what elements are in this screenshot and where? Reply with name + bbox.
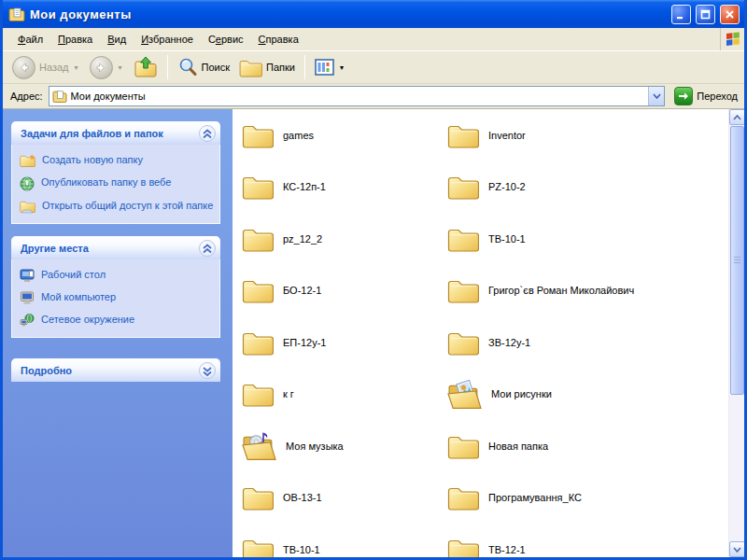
file-grid: games Inventor КС-12п-1 PZ-10-2 pz_12_2 … — [242, 109, 718, 557]
menu-favorites[interactable]: Избранное — [134, 30, 201, 49]
panel-details: Подробно — [11, 358, 220, 382]
panel-title: Задачи для файлов и папок — [21, 128, 163, 139]
my-documents-window-icon[interactable] — [8, 7, 25, 21]
scroll-up-button[interactable] — [729, 109, 745, 125]
place-my-computer[interactable]: Мой компьютер — [20, 291, 214, 305]
folder-label: Новая папка — [488, 441, 548, 452]
windows-logo-icon — [720, 28, 744, 50]
folder-item[interactable]: Програмування_КС — [447, 472, 718, 525]
panel-file-tasks-body: Создать новую папку Опубликовать папку в… — [11, 145, 220, 224]
publish-web-icon — [20, 176, 35, 191]
minimize-button[interactable] — [671, 5, 691, 24]
folder-item[interactable]: Моя музыка — [242, 420, 447, 472]
maximize-icon — [700, 9, 711, 20]
folder-item[interactable]: Inventor — [447, 109, 718, 161]
folder-item[interactable]: pz_12_2 — [242, 213, 447, 265]
scroll-down-button[interactable] — [729, 541, 745, 557]
forward-dropdown-icon[interactable]: ▾ — [117, 63, 124, 72]
desktop-icon — [20, 269, 35, 283]
folder-item[interactable]: ТВ-12-1 — [447, 524, 718, 557]
go-label: Переход — [697, 91, 738, 102]
task-pane: Задачи для файлов и папок Создать новую … — [3, 109, 233, 557]
folders-icon — [239, 58, 262, 77]
task-label: Открыть общий доступ к этой папке — [42, 200, 213, 212]
folder-icon — [447, 277, 479, 303]
panel-other-places-header[interactable]: Другие места — [11, 236, 220, 259]
collapse-button[interactable] — [199, 125, 216, 142]
place-network[interactable]: Сетевое окружение — [20, 314, 214, 328]
go-button[interactable]: Переход — [670, 87, 741, 105]
search-button[interactable]: Поиск — [174, 55, 233, 79]
place-label: Мой компьютер — [41, 291, 116, 303]
folder-label: Моя музыка — [286, 441, 344, 452]
task-publish-web[interactable]: Опубликовать папку в вебе — [20, 176, 214, 191]
address-dropdown-button[interactable] — [648, 87, 664, 105]
folder-label: ЕП-12у-1 — [283, 337, 326, 348]
panel-details-header[interactable]: Подробно — [11, 358, 220, 382]
expand-button[interactable] — [199, 362, 216, 379]
music-folder-icon — [242, 431, 276, 460]
toolbar-separator — [167, 55, 168, 79]
window-title: Мои документы — [30, 7, 667, 21]
menu-bar: Файл Правка Вид Избранное Сервис Справка — [3, 28, 744, 50]
folder-icon — [242, 381, 274, 407]
folder-item[interactable]: ТВ-10-1 — [242, 524, 447, 557]
chevron-up-icon — [200, 241, 215, 256]
task-label: Создать новую папку — [42, 154, 143, 166]
task-create-folder[interactable]: Создать новую папку — [20, 154, 214, 168]
menu-file[interactable]: Файл — [10, 30, 50, 49]
folder-icon — [447, 122, 479, 148]
folder-icon — [447, 537, 479, 557]
up-button[interactable] — [130, 54, 162, 80]
go-arrow-icon — [674, 87, 693, 105]
maximize-button[interactable] — [696, 5, 715, 24]
chevron-up-icon — [200, 126, 215, 141]
menu-view[interactable]: Вид — [100, 30, 134, 49]
search-label: Поиск — [202, 62, 230, 73]
panel-file-tasks: Задачи для файлов и папок Создать новую … — [11, 121, 220, 224]
folder-item[interactable]: games — [242, 109, 447, 161]
folder-icon — [242, 537, 274, 557]
place-desktop[interactable]: Рабочий стол — [20, 269, 214, 283]
content-area: Задачи для файлов и папок Создать новую … — [3, 109, 744, 557]
back-button[interactable]: Назад ▾ — [8, 54, 84, 81]
toolbar-separator — [304, 55, 305, 79]
folder-item[interactable]: ОВ-13-1 — [242, 472, 447, 525]
chevron-down-icon — [200, 363, 215, 378]
panel-gap — [3, 338, 233, 358]
task-share-folder[interactable]: Открыть общий доступ к этой папке — [20, 200, 214, 214]
panel-title: Подробно — [21, 365, 72, 376]
folder-icon — [242, 226, 274, 252]
folder-item[interactable]: к г — [242, 369, 447, 421]
menu-edit[interactable]: Правка — [50, 30, 100, 49]
folder-item[interactable]: Новая папка — [447, 420, 718, 472]
folder-item[interactable]: БО-12-1 — [242, 265, 447, 317]
panel-title: Другие места — [21, 243, 89, 254]
address-input[interactable] — [67, 91, 649, 102]
address-label: Адрес: — [10, 91, 43, 102]
folder-item[interactable]: ЗВ-12у-1 — [447, 316, 718, 369]
folder-item[interactable]: ЕП-12у-1 — [242, 316, 447, 369]
menu-help[interactable]: Справка — [251, 30, 306, 49]
scrollbar-thumb[interactable] — [730, 126, 744, 395]
title-bar: Мои документы — [3, 0, 744, 28]
back-dropdown-icon[interactable]: ▾ — [73, 63, 80, 72]
views-dropdown-icon[interactable]: ▾ — [338, 63, 345, 72]
back-icon — [12, 56, 35, 79]
folders-button[interactable]: Папки — [235, 56, 299, 79]
views-button[interactable]: ▾ — [311, 57, 349, 77]
folder-item[interactable]: Мои рисунки — [447, 369, 718, 421]
folder-item[interactable]: ТВ-10-1 — [447, 213, 718, 265]
panel-file-tasks-header[interactable]: Задачи для файлов и папок — [11, 121, 220, 145]
close-button[interactable] — [720, 5, 740, 24]
panel-other-places: Другие места Рабочий стол — [11, 236, 220, 338]
vertical-scrollbar[interactable] — [728, 109, 744, 557]
menu-tools[interactable]: Сервис — [201, 30, 251, 49]
folder-icon — [242, 329, 274, 356]
forward-button[interactable]: ▾ — [86, 54, 128, 81]
folder-item[interactable]: КС-12п-1 — [242, 161, 447, 214]
folder-item[interactable]: PZ-10-2 — [447, 161, 718, 214]
collapse-button[interactable] — [199, 240, 216, 257]
folder-item[interactable]: Григор`єв Роман Миколайович — [447, 265, 718, 317]
panel-other-places-body: Рабочий стол Мой компьютер — [11, 259, 220, 338]
